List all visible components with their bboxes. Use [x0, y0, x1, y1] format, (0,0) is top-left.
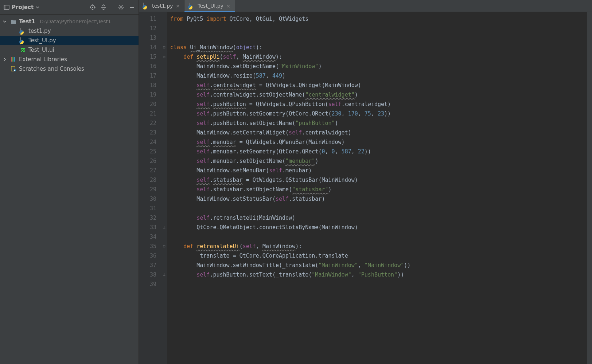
file-Test_UI-ui[interactable]: QtTest_UI.ui [0, 45, 139, 55]
sidebar-header: Project [0, 0, 139, 15]
code-editor[interactable]: 1112131415161718192021222324252627282930… [139, 12, 592, 364]
svg-rect-21 [11, 57, 12, 62]
close-icon[interactable]: × [176, 3, 180, 9]
project-icon [4, 4, 9, 10]
tab-label: test1.py [152, 3, 173, 9]
folder-icon [11, 19, 16, 24]
python-file-icon [143, 3, 149, 9]
chevron-down-icon [3, 20, 7, 23]
svg-line-16 [122, 5, 123, 6]
expand-all-icon[interactable] [101, 4, 106, 10]
python-file-icon [20, 38, 26, 43]
project-tree: Test1 D:\Data\PythonProject\Test1 test1.… [0, 15, 139, 74]
gear-icon[interactable] [118, 4, 124, 10]
line-number-gutter: 1112131415161718192021222324252627282930… [139, 12, 161, 364]
chevron-right-icon [3, 58, 7, 61]
svg-point-9 [120, 6, 122, 8]
svg-line-15 [122, 8, 123, 9]
editor-tabbar: test1.py×Test_UI.py× [139, 0, 592, 12]
editor-area: test1.py×Test_UI.py× 1112131415161718192… [139, 0, 592, 364]
scratches-label: Scratches and Consoles [19, 66, 84, 72]
svg-line-17 [119, 8, 120, 9]
close-icon[interactable]: × [226, 3, 230, 9]
root-label: Test1 [19, 18, 35, 25]
external-libraries-label: External Libraries [19, 56, 67, 63]
tab-label: Test_UI.py [198, 3, 223, 9]
external-libraries[interactable]: External Libraries [0, 55, 139, 64]
project-sidebar: Project Test1 D:\Data\PythonProject\Test… [0, 0, 139, 364]
file-label: Test_UI.py [28, 37, 56, 44]
scratches-and-consoles[interactable]: Scratches and Consoles [0, 64, 139, 74]
tab-test1-py[interactable]: test1.py× [139, 0, 184, 12]
file-label: Test_UI.ui [28, 47, 54, 53]
sidebar-title: Project [12, 4, 34, 11]
svg-line-14 [119, 5, 120, 6]
svg-rect-1 [4, 5, 5, 9]
root-path: D:\Data\PythonProject\Test1 [40, 19, 111, 24]
tab-Test_UI-py[interactable]: Test_UI.py× [184, 0, 235, 12]
project-tool-window-button[interactable]: Project [4, 4, 90, 11]
code-area[interactable]: from PyQt5 import QtCore, QtGui, QtWidge… [167, 12, 587, 364]
libraries-icon [11, 57, 16, 62]
qt-ui-icon: Qt [20, 47, 26, 53]
chevron-down-icon [36, 5, 39, 9]
file-label: test1.py [28, 28, 51, 34]
project-root[interactable]: Test1 D:\Data\PythonProject\Test1 [0, 17, 139, 26]
python-file-icon [20, 28, 26, 34]
svg-point-3 [92, 7, 93, 8]
file-Test_UI-py[interactable]: Test_UI.py [0, 36, 139, 45]
svg-text:Qt: Qt [21, 48, 25, 52]
locate-icon[interactable] [90, 4, 96, 10]
scratches-icon [11, 66, 16, 72]
hide-icon[interactable] [129, 4, 135, 10]
scrollbar[interactable] [587, 12, 592, 364]
svg-rect-22 [12, 57, 13, 62]
python-file-icon [189, 3, 195, 9]
file-test1-py[interactable]: test1.py [0, 26, 139, 36]
svg-rect-23 [14, 57, 15, 62]
fold-gutter[interactable]: ⊟⊟⊥⊟⊥ [161, 12, 167, 364]
